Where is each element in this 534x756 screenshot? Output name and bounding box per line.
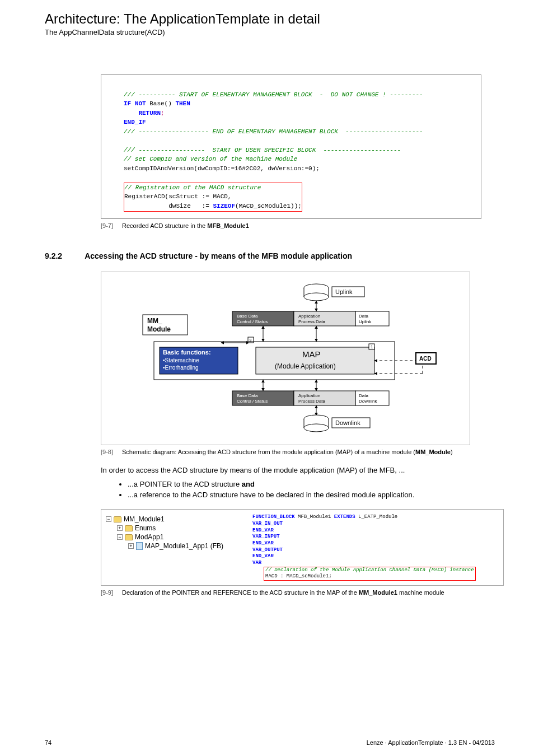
code-text: (MACD_scModule1)); — [235, 203, 302, 209]
code-comment: // Registration of the MACD structure — [124, 184, 261, 191]
svg-text:Base Data: Base Data — [237, 393, 258, 398]
page-number: 74 — [45, 739, 51, 746]
svg-text:•Statemachine: •Statemachine — [163, 357, 199, 363]
figure-caption-9-7: [9-7] Recorded ACD structure in the MFB_… — [101, 222, 495, 229]
tree-node[interactable]: MAP_Module1_App1 (FB) — [145, 542, 223, 550]
code-text: dwSize := — [124, 203, 213, 209]
section-number: 9.2.2 — [45, 251, 62, 260]
svg-text:Process Data: Process Data — [298, 319, 326, 324]
section-heading-9-2-2: 9.2.2 Accessing the ACD structure - by m… — [45, 251, 495, 260]
svg-text:Base Data: Base Data — [237, 314, 258, 319]
svg-text:Downlink: Downlink — [335, 419, 360, 426]
code-comment: /// ------------------ START OF USER SPE… — [124, 147, 401, 153]
svg-text:Uplink: Uplink — [359, 319, 372, 324]
diagram-svg: Uplink Base Data Control / Status Applic… — [109, 281, 462, 438]
svg-text:Data: Data — [359, 393, 368, 398]
folder-icon — [114, 516, 121, 522]
folder-icon — [125, 525, 133, 531]
tree-node[interactable]: Enums — [135, 524, 156, 532]
svg-text:Data: Data — [359, 314, 368, 319]
code-keyword: SIZEOF — [213, 203, 235, 209]
code-comment: /// ---------- START OF ELEMENTARY MANAG… — [124, 91, 423, 98]
svg-text:3: 3 — [249, 338, 252, 343]
tree-and-code-panel: −MM_Module1 +Enums −ModApp1 +MAP_Module1… — [101, 509, 504, 586]
page-title: Architecture: The ApplicationTemplate in… — [45, 11, 495, 27]
figure-text: Declaration of the POINTER and REFERENCE… — [122, 589, 444, 596]
divider-dashes: _ _ _ _ _ _ _ _ _ _ _ _ _ _ _ _ _ _ _ _ … — [45, 52, 495, 61]
svg-text:Module: Module — [147, 325, 171, 333]
code-block-2: FUNCTION_BLOCK MFB_Module1 EXTENDS L_EAT… — [247, 510, 503, 585]
svg-text:Application: Application — [298, 393, 320, 398]
svg-text:Application: Application — [298, 314, 320, 319]
code-text: setCompIDAndVersion(dwCompID:=16#2C02, d… — [124, 165, 320, 172]
tree-node[interactable]: MM_Module1 — [124, 515, 165, 523]
bullet-item: ...a POINTER to the ACD structure and — [128, 480, 495, 488]
page-subtitle: The AppChannelData structure(ACD) — [45, 28, 495, 36]
svg-point-56 — [304, 424, 329, 432]
project-tree: −MM_Module1 +Enums −ModApp1 +MAP_Module1… — [101, 510, 247, 585]
code-text: Base() — [146, 100, 176, 107]
file-icon — [136, 542, 143, 550]
highlighted-code: // Declaration of the Module Application… — [264, 567, 476, 581]
svg-text:Basic functions:: Basic functions: — [163, 349, 211, 356]
svg-text:Process Data: Process Data — [298, 399, 326, 404]
code-comment: // set CompID and Version of the Machine… — [124, 156, 297, 162]
folder-icon — [125, 534, 133, 540]
code-keyword: RETURN — [138, 110, 161, 116]
footer-right: Lenze · ApplicationTemplate · 1.3 EN - 0… — [367, 739, 495, 746]
svg-text:Downlink: Downlink — [359, 399, 377, 404]
page-footer: 74 Lenze · ApplicationTemplate · 1.3 EN … — [45, 739, 495, 746]
figure-text: Recorded ACD structure in the MFB_Module… — [122, 222, 249, 229]
highlighted-code: // Registration of the MACD structure Re… — [124, 183, 302, 212]
expand-icon[interactable]: + — [128, 543, 134, 549]
svg-text:(Module Application): (Module Application) — [275, 362, 336, 370]
code-keyword: IF NOT — [124, 100, 146, 107]
svg-text:ACD: ACD — [419, 356, 432, 362]
svg-text:1: 1 — [371, 344, 373, 349]
svg-text:•Errorhandling: •Errorhandling — [163, 365, 199, 371]
code-block-1: /// ---------- START OF ELEMENTARY MANAG… — [101, 74, 481, 219]
code-keyword: THEN — [175, 100, 190, 107]
svg-text:MM_: MM_ — [147, 317, 162, 325]
tree-node[interactable]: ModApp1 — [135, 533, 163, 541]
bullet-item: ...a reference to the ACD structure have… — [128, 491, 495, 499]
svg-text:Control / Status: Control / Status — [237, 399, 268, 404]
figure-caption-9-8: [9-8] Schematic diagram: Accessing the A… — [101, 449, 495, 455]
code-text: RegisterACD(scStruct := MACD, — [124, 193, 231, 200]
collapse-icon[interactable]: − — [117, 534, 123, 540]
expand-icon[interactable]: + — [117, 525, 123, 531]
code-keyword: END_IF — [124, 119, 146, 125]
code-comment: /// ------------------- END OF ELEMENTAR… — [124, 128, 423, 135]
figure-id: [9-8] — [101, 449, 113, 455]
figure-text: Schematic diagram: Accessing the ACD str… — [122, 449, 453, 455]
bullet-list: ...a POINTER to the ACD structure and ..… — [118, 480, 495, 499]
svg-text:MAP: MAP — [302, 349, 321, 359]
figure-id: [9-7] — [101, 222, 113, 229]
figure-caption-9-9: [9-9] Declaration of the POINTER and REF… — [101, 589, 495, 596]
figure-id: [9-9] — [101, 589, 113, 596]
svg-text:Control / Status: Control / Status — [237, 319, 268, 324]
svg-text:Uplink: Uplink — [335, 288, 353, 295]
paragraph: In order to access the ACD structure by … — [101, 465, 495, 475]
section-title: Accessing the ACD structure - by means o… — [85, 251, 352, 260]
svg-point-4 — [304, 293, 329, 301]
collapse-icon[interactable]: − — [106, 516, 111, 522]
schematic-diagram: Uplink Base Data Control / Status Applic… — [101, 272, 470, 445]
